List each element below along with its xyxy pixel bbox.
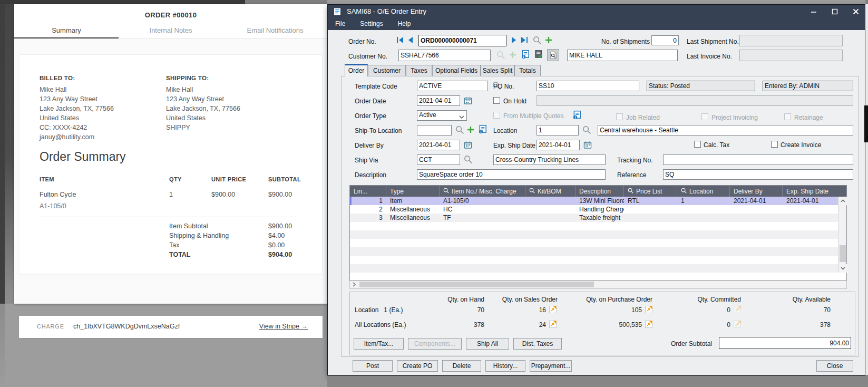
shipping-to-country: United States <box>166 113 206 123</box>
item-subtotal-value: $900.00 <box>268 222 292 230</box>
history-button[interactable]: History... <box>485 360 525 372</box>
tab-email-notifications[interactable]: Email Notifications <box>223 24 327 38</box>
new-order-icon[interactable] <box>545 36 552 44</box>
customer-info-icon[interactable] <box>521 50 530 59</box>
order-entry-window: SAMI68 - O/E Order Entry File Settings H… <box>327 4 865 375</box>
order-type-select[interactable]: Active <box>417 110 467 121</box>
template-code-input[interactable] <box>417 81 488 91</box>
order-search-icon[interactable] <box>533 36 541 44</box>
first-record-icon[interactable] <box>396 36 404 44</box>
tab-internal-notes[interactable]: Internal Notes <box>119 24 223 38</box>
scroll-thumb[interactable] <box>840 245 846 262</box>
ship-via-search-icon[interactable] <box>464 155 472 163</box>
ship-to-location-input[interactable] <box>417 125 452 136</box>
tab-customer[interactable]: Customer <box>368 65 406 76</box>
ship-to-info-icon[interactable] <box>478 124 487 134</box>
minimize-button[interactable] <box>810 8 817 15</box>
drilldown-icon[interactable] <box>549 321 557 328</box>
grid-row-3[interactable]: 3 Miscellaneous TF Taxable freight <box>350 214 846 222</box>
col-location: Location <box>677 186 730 197</box>
create-invoice-checkbox[interactable] <box>771 141 778 148</box>
on-hold-checkbox[interactable] <box>493 97 500 104</box>
tab-optional-fields[interactable]: Optional Fields <box>432 65 481 76</box>
ship-to-search-icon[interactable] <box>455 125 464 134</box>
col-exp-ship-date: Exp. Ship Date <box>783 186 847 197</box>
customer-no-label: Customer No. <box>348 53 387 60</box>
tab-summary[interactable]: Summary <box>14 24 119 38</box>
grid-vertical-scrollbar[interactable] <box>838 197 846 273</box>
tracking-no-input[interactable] <box>663 154 853 165</box>
description-input[interactable] <box>417 169 606 180</box>
reference-label: Reference <box>617 171 646 179</box>
deliver-by-calendar-icon[interactable] <box>464 141 472 149</box>
delete-button[interactable]: Delete <box>442 360 481 372</box>
exp-ship-date-input[interactable] <box>537 140 580 150</box>
tab-totals[interactable]: Totals <box>514 65 541 76</box>
qty-available-header: Qty. Available <box>767 296 831 303</box>
po-no-input[interactable] <box>537 81 639 91</box>
grid-empty-row <box>350 239 846 247</box>
calc-tax-checkbox[interactable] <box>694 141 701 148</box>
scroll-up-icon[interactable] <box>838 197 847 205</box>
scroll-down-icon[interactable] <box>838 264 847 273</box>
menu-bar: File Settings Help <box>328 18 865 30</box>
billed-to-cc: CC: XXXX-4242 <box>40 123 87 132</box>
all-on-purchase: 500,535 <box>589 321 642 328</box>
shipping-value: $4.00 <box>268 232 285 239</box>
ship-to-new-icon[interactable] <box>467 126 474 133</box>
drilldown-icon-disabled <box>734 306 741 313</box>
location-search-icon[interactable] <box>582 125 591 134</box>
deliver-by-input[interactable] <box>417 140 460 150</box>
ship-all-button[interactable]: Ship All <box>466 338 509 350</box>
location-input[interactable] <box>537 125 579 136</box>
post-button[interactable]: Post <box>353 360 393 372</box>
prepayment-button[interactable]: Prepayment... <box>530 360 572 372</box>
tab-taxes[interactable]: Taxes <box>406 65 432 76</box>
drilldown-icon[interactable] <box>645 306 652 313</box>
col-qty: QTY <box>169 176 182 182</box>
order-date-calendar-icon[interactable] <box>464 96 472 105</box>
title-bar[interactable]: SAMI68 - O/E Order Entry <box>328 5 865 18</box>
maximize-button[interactable] <box>831 8 838 15</box>
new-customer-icon-disabled <box>509 51 516 59</box>
drilldown-icon[interactable] <box>549 306 557 313</box>
customer-notes-icon[interactable] <box>534 50 543 59</box>
tab-order[interactable]: Order <box>345 64 368 76</box>
menu-file[interactable]: File <box>328 18 353 30</box>
exp-ship-calendar-icon[interactable] <box>583 141 592 149</box>
close-window-button[interactable] <box>852 8 860 15</box>
dist-taxes-button[interactable]: Dist. Taxes <box>513 338 562 350</box>
quotes-info-icon[interactable] <box>572 110 582 120</box>
document-preview-icon[interactable] <box>547 49 559 61</box>
close-button[interactable]: Close <box>816 360 853 372</box>
tracking-no-label: Tracking No. <box>617 157 653 164</box>
from-multiple-quotes-checkbox <box>493 112 500 119</box>
order-lines-grid[interactable]: Lin... Type Item No./ Misc. Charge Kit/B… <box>349 185 847 280</box>
last-record-icon[interactable] <box>520 36 528 44</box>
next-record-icon[interactable] <box>511 36 518 44</box>
modal-content: BILLED TO: Mike Hall 123 Any Way Street … <box>14 38 327 304</box>
menu-settings[interactable]: Settings <box>353 18 390 30</box>
customer-no-input[interactable] <box>398 50 491 61</box>
order-no-input[interactable] <box>418 35 506 46</box>
scroll-right-icon[interactable] <box>350 280 358 288</box>
reference-input[interactable] <box>663 169 853 180</box>
grid-row-1[interactable]: 1 Item A1-105/0 13W Mini Fluore... RTL 1… <box>350 197 846 205</box>
view-in-stripe-link[interactable]: View in Stripe → <box>259 323 308 330</box>
previous-record-icon[interactable] <box>407 36 414 44</box>
grid-horizontal-scrollbar[interactable] <box>349 280 847 289</box>
qty-committed-header: Qty. Committed <box>678 296 741 303</box>
h-scroll-thumb[interactable] <box>359 282 594 287</box>
order-date-input[interactable] <box>417 95 460 106</box>
menu-help[interactable]: Help <box>391 18 418 30</box>
project-invoicing-checkbox <box>701 113 708 120</box>
grid-row-2[interactable]: 2 Miscellaneous HC Handling Charges <box>350 205 846 214</box>
qty-on-purchase-header: Qty. on Purchase Order <box>563 296 652 303</box>
item-tax-button[interactable]: Item/Tax... <box>354 338 404 350</box>
shipping-to-heading: SHIPPING TO: <box>166 75 209 81</box>
loc-committed: 0 <box>678 306 730 314</box>
ship-via-input[interactable] <box>417 154 460 165</box>
tab-sales-split[interactable]: Sales Split <box>481 65 514 76</box>
drilldown-icon[interactable] <box>645 321 652 328</box>
create-po-button[interactable]: Create PO <box>397 360 438 372</box>
